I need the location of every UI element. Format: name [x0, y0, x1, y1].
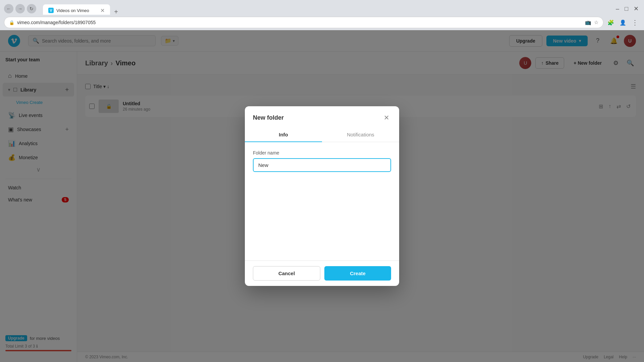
tab-close-button[interactable]: ✕	[100, 7, 105, 14]
modal-tabs: Info Notifications	[245, 128, 399, 142]
url-bar: 🔒 📺 ☆ 🧩 👤 ⋮	[0, 15, 644, 30]
reload-button[interactable]: ↻	[27, 4, 36, 13]
tab-title: Videos on Vimeo	[56, 8, 98, 13]
browser-chrome: ← → ↻ V Videos on Vimeo ✕ + – □ ✕ 🔒	[0, 0, 644, 30]
folder-name-input[interactable]	[253, 158, 391, 172]
create-button[interactable]: Create	[324, 266, 391, 281]
browser-top: ← → ↻ V Videos on Vimeo ✕ + – □ ✕	[0, 0, 644, 15]
modal-tab-notifications[interactable]: Notifications	[322, 128, 399, 142]
new-folder-modal: New folder ✕ Info Notifications Folder n…	[245, 106, 399, 286]
url-privacy-icon: 🔒	[9, 20, 14, 25]
modal-close-button[interactable]: ✕	[382, 113, 391, 122]
url-input[interactable]	[17, 20, 582, 25]
modal-footer: Cancel Create	[245, 260, 399, 286]
close-browser-button[interactable]: ✕	[632, 4, 640, 14]
maximize-button[interactable]: □	[623, 4, 630, 14]
cancel-button[interactable]: Cancel	[253, 266, 320, 281]
minimize-button[interactable]: –	[614, 4, 621, 14]
modal-header: New folder ✕	[245, 106, 399, 122]
modal-overlay: New folder ✕ Info Notifications Folder n…	[0, 30, 644, 362]
menu-button[interactable]: ⋮	[630, 17, 640, 28]
modal-body: Folder name	[245, 142, 399, 260]
browser-icons: – □ ✕	[614, 4, 640, 14]
bookmark-icon[interactable]: ☆	[594, 19, 598, 25]
forward-button[interactable]: →	[15, 4, 25, 13]
modal-title: New folder	[253, 114, 284, 121]
tab-favicon: V	[48, 8, 54, 13]
modal-spacer	[253, 172, 391, 252]
folder-name-label: Folder name	[253, 150, 391, 156]
url-input-wrapper[interactable]: 🔒 📺 ☆	[4, 17, 603, 28]
back-button[interactable]: ←	[4, 4, 13, 13]
tab-bar: V Videos on Vimeo ✕ +	[39, 1, 612, 16]
profile-button[interactable]: 👤	[618, 18, 628, 27]
cast-icon: 📺	[585, 19, 591, 25]
extensions-button[interactable]: 🧩	[606, 18, 615, 27]
browser-controls: ← → ↻	[4, 4, 36, 13]
modal-tab-info[interactable]: Info	[245, 128, 322, 142]
